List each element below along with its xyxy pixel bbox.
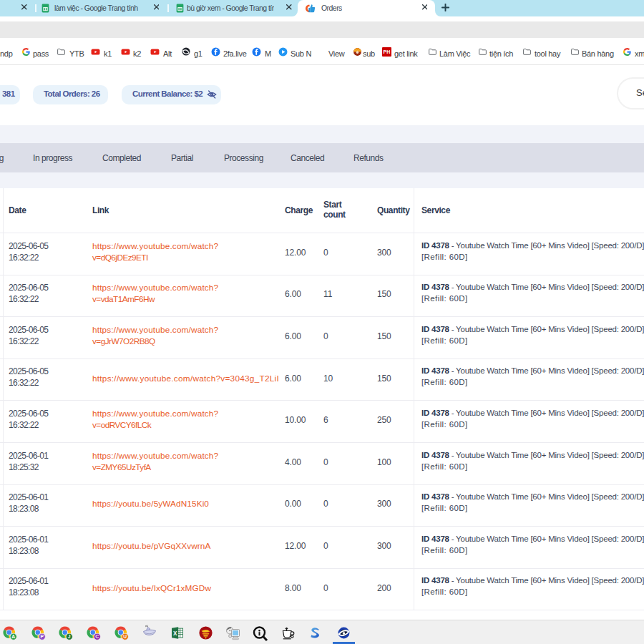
svg-text:U: U	[123, 634, 127, 639]
svg-text:J: J	[68, 634, 71, 639]
svg-text:X: X	[172, 630, 177, 637]
svg-text:C: C	[95, 634, 99, 639]
svg-text:P: P	[40, 634, 44, 639]
svg-text:A: A	[12, 634, 16, 639]
svg-text:PH: PH	[384, 49, 391, 54]
